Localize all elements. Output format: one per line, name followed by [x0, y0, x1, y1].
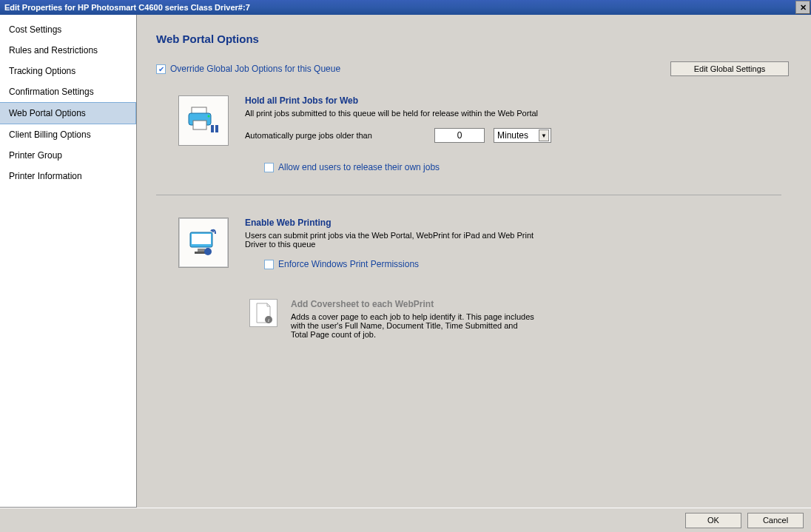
window: Edit Properties for HP Photosmart C4600 …: [0, 0, 811, 532]
hold-desc: All print jobs submitted to this queue w…: [245, 109, 556, 118]
svg-rect-2: [193, 121, 206, 129]
coversheet-body: Add Coversheet to each WebPrint Adds a c…: [291, 299, 535, 339]
svg-rect-4: [211, 125, 214, 132]
hold-section-body: Hold all Print Jobs for Web All print jo…: [245, 95, 789, 172]
footer: OK Cancel: [0, 508, 811, 532]
override-checkbox[interactable]: [156, 64, 166, 74]
enforce-permissions-label: Enforce Windows Print Permissions: [278, 259, 419, 269]
svg-point-3: [208, 115, 210, 118]
allow-release-option[interactable]: Allow end users to release their own job…: [264, 162, 789, 172]
window-title: Edit Properties for HP Photosmart C4600 …: [4, 3, 250, 12]
purge-unit-value: Minutes: [497, 130, 528, 141]
svg-point-11: [206, 248, 209, 251]
webprint-desc: Users can submit print jobs via the Web …: [245, 231, 556, 249]
ok-button[interactable]: OK: [685, 513, 741, 528]
web-printing-icon: [178, 218, 229, 268]
sidebar-item-cost-settings[interactable]: Cost Settings: [0, 19, 136, 40]
chevron-down-icon: ▼: [539, 129, 549, 141]
section-web-printing: Enable Web Printing Users can submit pri…: [156, 218, 789, 269]
close-icon: ✕: [800, 3, 807, 13]
svg-text:i: i: [268, 317, 269, 323]
purge-value-input[interactable]: [434, 128, 485, 143]
override-global-option[interactable]: Override Global Job Options for this Que…: [156, 64, 340, 74]
coversheet-desc: Adds a cover page to each job to help id…: [291, 312, 535, 339]
enforce-permissions-checkbox[interactable]: [264, 260, 274, 269]
allow-release-checkbox[interactable]: [264, 163, 274, 172]
allow-release-label: Allow end users to release their own job…: [278, 162, 440, 172]
section-coversheet: i Add Coversheet to each WebPrint Adds a…: [156, 299, 789, 339]
close-button[interactable]: ✕: [795, 1, 810, 14]
sidebar-item-tracking-options[interactable]: Tracking Options: [0, 61, 136, 81]
purge-row: Automatically purge jobs older than Minu…: [245, 128, 789, 143]
enforce-permissions-option[interactable]: Enforce Windows Print Permissions: [264, 259, 789, 269]
sidebar-item-printer-information[interactable]: Printer Information: [0, 166, 136, 186]
svg-rect-5: [215, 125, 218, 132]
edit-global-settings-button[interactable]: Edit Global Settings: [670, 61, 789, 76]
section-hold-jobs: Hold all Print Jobs for Web All print jo…: [156, 95, 789, 172]
divider: [156, 195, 781, 195]
sidebar-item-confirmation-settings[interactable]: Confirmation Settings: [0, 81, 136, 102]
hold-title: Hold all Print Jobs for Web: [245, 95, 789, 106]
main-panel: Web Portal Options Override Global Job O…: [137, 15, 811, 508]
webprint-section-body: Enable Web Printing Users can submit pri…: [245, 218, 789, 269]
page-title: Web Portal Options: [156, 33, 789, 45]
svg-rect-8: [198, 249, 205, 252]
override-label: Override Global Job Options for this Que…: [170, 64, 340, 74]
sidebar-item-rules-restrictions[interactable]: Rules and Restrictions: [0, 40, 136, 61]
title-bar: Edit Properties for HP Photosmart C4600 …: [0, 0, 811, 15]
cancel-button[interactable]: Cancel: [747, 513, 804, 528]
webprint-title: Enable Web Printing: [245, 218, 789, 228]
sidebar-item-printer-group[interactable]: Printer Group: [0, 145, 136, 166]
coversheet-title: Add Coversheet to each WebPrint: [291, 299, 535, 309]
printer-hold-icon: [178, 95, 229, 146]
override-row: Override Global Job Options for this Que…: [156, 61, 789, 76]
sidebar-item-web-portal-options[interactable]: Web Portal Options: [0, 102, 136, 124]
purge-label: Automatically purge jobs older than: [245, 131, 425, 140]
purge-unit-select[interactable]: Minutes ▼: [494, 128, 551, 143]
body: Cost Settings Rules and Restrictions Tra…: [0, 15, 811, 508]
svg-rect-7: [192, 234, 211, 244]
sidebar: Cost Settings Rules and Restrictions Tra…: [0, 15, 137, 508]
coversheet-icon: i: [249, 299, 277, 327]
sidebar-item-client-billing-options[interactable]: Client Billing Options: [0, 124, 136, 145]
